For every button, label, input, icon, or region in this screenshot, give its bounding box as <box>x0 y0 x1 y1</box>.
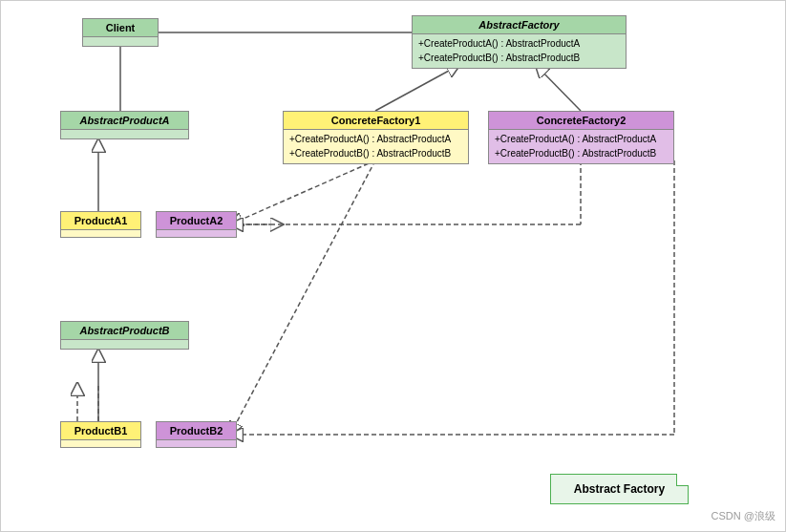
svg-line-7 <box>536 65 581 111</box>
concrete-factory1-box: ConcreteFactory1 +CreateProductA() : Abs… <box>283 111 469 164</box>
abstract-product-a-box: AbstractProductA <box>60 111 189 139</box>
watermark: CSDN @浪级 <box>712 509 775 523</box>
abstract-factory-body: +CreateProductA() : AbstractProductA +Cr… <box>413 34 626 67</box>
diagram-arrows <box>1 1 786 532</box>
product-b2-box: ProductB2 <box>156 421 237 448</box>
cf1-method2: +CreateProductB() : AbstractProductB <box>289 146 462 160</box>
product-a2-title: ProductA2 <box>157 212 236 230</box>
note-box: Abstract Factory <box>550 474 689 504</box>
note-label: Abstract Factory <box>574 482 665 496</box>
diagram-container: Client AbstractFactory +CreateProductA()… <box>0 0 786 532</box>
svg-line-6 <box>375 65 459 111</box>
abstract-product-b-box: AbstractProductB <box>60 321 189 350</box>
concrete-factory2-body: +CreateProductA() : AbstractProductA +Cr… <box>489 130 673 162</box>
cf1-method1: +CreateProductA() : AbstractProductA <box>289 132 462 146</box>
product-b1-box: ProductB1 <box>60 421 141 448</box>
concrete-factory1-title: ConcreteFactory1 <box>284 112 468 130</box>
concrete-factory2-title: ConcreteFactory2 <box>489 112 673 130</box>
abstract-factory-title: AbstractFactory <box>413 16 626 34</box>
product-b2-title: ProductB2 <box>157 422 236 440</box>
svg-line-8 <box>230 160 375 224</box>
product-a1-title: ProductA1 <box>61 212 140 230</box>
client-title: Client <box>83 19 158 37</box>
client-box: Client <box>82 18 159 47</box>
abstract-factory-method1: +CreateProductA() : AbstractProductA <box>418 36 620 51</box>
abstract-product-a-title: AbstractProductA <box>61 112 188 130</box>
abstract-factory-box: AbstractFactory +CreateProductA() : Abst… <box>412 15 627 69</box>
cf2-method2: +CreateProductB() : AbstractProductB <box>495 146 668 160</box>
abstract-product-b-title: AbstractProductB <box>61 322 188 340</box>
product-a2-box: ProductA2 <box>156 211 237 238</box>
abstract-factory-method2: +CreateProductB() : AbstractProductB <box>418 51 620 65</box>
concrete-factory2-box: ConcreteFactory2 +CreateProductA() : Abs… <box>488 111 674 164</box>
product-a1-box: ProductA1 <box>60 211 141 238</box>
cf2-method1: +CreateProductA() : AbstractProductA <box>495 132 668 146</box>
concrete-factory1-body: +CreateProductA() : AbstractProductA +Cr… <box>284 130 468 162</box>
svg-line-9 <box>230 160 375 435</box>
product-b1-title: ProductB1 <box>61 422 140 440</box>
